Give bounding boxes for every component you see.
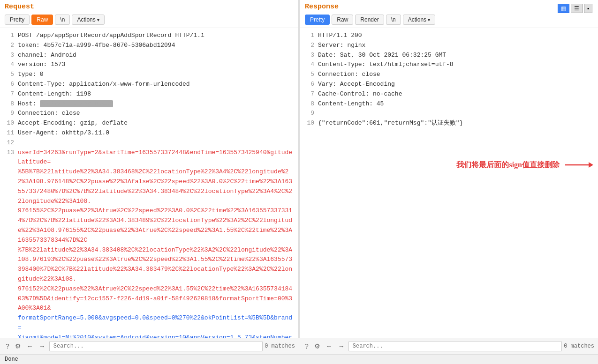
list-view-button[interactable]: ☰ — [571, 4, 583, 13]
bottom-bar: ? ⚙ ← → 0 matches ? ⚙ ← → 0 matches — [0, 338, 598, 354]
resp-line-4: 4 Content-Type: text/html;charset=utf-8 — [305, 60, 593, 70]
status-text: Done — [5, 356, 18, 363]
resp-line-6: 6 Vary: Accept-Encoding — [305, 80, 593, 89]
line-13: 13 userId=34263&runType=2&startTime=1635… — [5, 148, 293, 168]
line-3: 3 channel: Android — [5, 51, 293, 60]
grid-view-button[interactable]: ▦ — [558, 4, 569, 13]
line-1: 1 POST /app/appSportRecord/appAddSportRe… — [5, 31, 293, 41]
response-body: 1 HTTP/1.1 200 2 Server: nginx 3 Date: S… — [300, 28, 598, 338]
request-search-bar: ? ⚙ ← → 0 matches — [0, 338, 299, 354]
response-tab-raw[interactable]: Raw — [332, 15, 353, 25]
response-settings-button[interactable]: ⚙ — [312, 342, 322, 351]
resp-line-9: 9 — [305, 109, 593, 119]
request-help-button[interactable]: ? — [4, 342, 11, 351]
request-body: 1 POST /app/appSportRecord/appAddSportRe… — [0, 28, 298, 338]
response-back-button[interactable]: ← — [324, 342, 334, 351]
line-2: 2 token: 4b57c71a-a999-4fbe-8670-5306abd… — [5, 41, 293, 51]
request-search-input[interactable] — [49, 341, 263, 351]
request-back-button[interactable]: ← — [25, 342, 35, 351]
response-search-input[interactable] — [348, 341, 562, 351]
resp-line-5: 5 Connection: close — [305, 70, 593, 80]
resp-line-10: 10 {"returnCode":601,"returnMsg":"认证失败"} — [305, 119, 593, 128]
request-header: Request Pretty Raw \n Actions ▾ — [0, 0, 298, 28]
line-body-cont5: formatSportRange=5.000&avgspeed=0.0&spee… — [5, 313, 293, 333]
request-tab-n[interactable]: \n — [55, 15, 70, 25]
response-tab-render[interactable]: Render — [355, 15, 384, 25]
request-matches-count: 0 matches — [265, 343, 295, 349]
line-body-cont4: 976152%2C%22puase%22%3Atrue%2C%22speed%2… — [5, 284, 293, 313]
request-toolbar: Pretty Raw \n Actions ▾ — [5, 13, 293, 28]
actions-chevron-icon: ▾ — [97, 17, 99, 22]
annotation-container: 我们将最后面的sign值直接删除 — [456, 159, 593, 171]
request-tab-raw[interactable]: Raw — [31, 15, 53, 25]
annotation-text: 我们将最后面的sign值直接删除 — [456, 160, 560, 170]
line-body-cont6: Xiaomi&model=Mi%2010&system=Android&vers… — [5, 333, 293, 338]
line-6: 6 Content-Type: application/x-www-form-u… — [5, 80, 293, 89]
line-4: 4 version: 1573 — [5, 60, 293, 70]
host-value-blurred: hostname.example.com — [40, 100, 113, 107]
line-12: 12 — [5, 138, 293, 148]
line-body-cont2: 976155%2C%22puase%22%3Atrue%2C%22speed%2… — [5, 206, 293, 245]
response-toolbar: Pretty Raw Render \n Actions ▾ — [305, 13, 593, 28]
line-7: 7 Content-Length: 1198 — [5, 89, 293, 99]
resp-line-2: 2 Server: nginx — [305, 41, 593, 51]
response-matches-count: 0 matches — [564, 343, 594, 349]
request-settings-button[interactable]: ⚙ — [13, 342, 23, 351]
line-11: 11 User-Agent: okhttp/3.11.0 — [5, 128, 293, 138]
response-help-button[interactable]: ? — [303, 342, 310, 351]
response-actions-button[interactable]: Actions ▾ — [403, 15, 435, 25]
annotation-arrow-icon — [565, 159, 593, 171]
request-title: Request — [5, 3, 293, 13]
line-body-cont3: %7B%22latitude%22%3A34.383408%2C%22locat… — [5, 245, 293, 284]
request-tab-pretty[interactable]: Pretty — [5, 15, 30, 25]
resp-line-1: 1 HTTP/1.1 200 — [305, 31, 593, 41]
line-8: 8 Host: hostname.example.com — [5, 99, 293, 109]
status-bar: Done — [0, 354, 598, 364]
resp-line-8: 8 Content-Length: 45 — [305, 99, 593, 109]
response-title: Response — [305, 3, 593, 13]
line-9: 9 Connection: close — [5, 109, 293, 119]
response-tab-pretty[interactable]: Pretty — [305, 15, 330, 25]
request-panel: Request Pretty Raw \n Actions ▾ 1 POST /… — [0, 0, 298, 338]
response-panel: Response Pretty Raw Render \n Actions ▾ … — [300, 0, 598, 338]
response-search-bar: ? ⚙ ← → 0 matches — [299, 338, 598, 354]
resp-line-7: 7 Cache-Control: no-cache — [305, 89, 593, 99]
svg-marker-1 — [589, 162, 593, 168]
request-forward-button[interactable]: → — [37, 342, 47, 351]
response-tab-n[interactable]: \n — [386, 15, 401, 25]
line-body-cont: %5B%7B%22latitude%22%3A34.383468%2C%22lo… — [5, 167, 293, 206]
response-actions-chevron-icon: ▾ — [428, 17, 430, 22]
resp-line-3: 3 Date: Sat, 30 Oct 2021 06:32:25 GMT — [305, 51, 593, 60]
response-forward-button[interactable]: → — [336, 342, 347, 351]
request-actions-button[interactable]: Actions ▾ — [72, 15, 104, 25]
line-5: 5 type: 0 — [5, 70, 293, 80]
line-10: 10 Accept-Encoding: gzip, deflate — [5, 119, 293, 128]
square-view-button[interactable]: ▪ — [584, 4, 592, 13]
response-header: Response Pretty Raw Render \n Actions ▾ — [300, 0, 598, 28]
